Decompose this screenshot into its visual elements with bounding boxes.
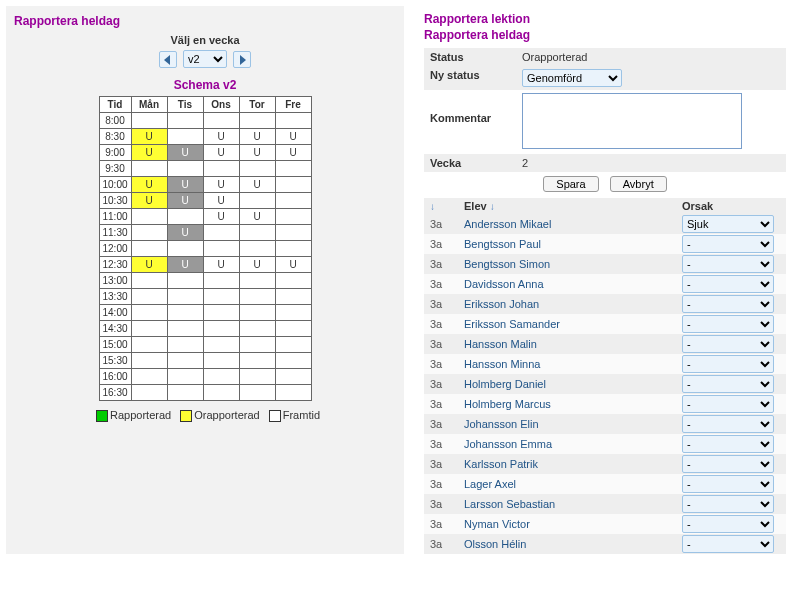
schema-title: Schema v2 [14, 78, 396, 92]
schedule-cell [239, 353, 275, 369]
student-link[interactable]: Eriksson Johan [464, 298, 539, 310]
legend-reported-label: Rapporterad [110, 409, 171, 421]
cause-select[interactable]: - [682, 515, 774, 533]
cause-select[interactable]: - [682, 315, 774, 333]
schedule-cell[interactable]: U [167, 177, 203, 193]
schedule-cell[interactable]: U [167, 145, 203, 161]
right-title2: Rapportera heldag [424, 28, 786, 42]
cause-select[interactable]: - [682, 375, 774, 393]
save-button[interactable]: Spara [543, 176, 598, 192]
prev-week-button[interactable] [159, 51, 177, 68]
cause-select[interactable]: - [682, 255, 774, 273]
student-link[interactable]: Holmberg Marcus [464, 398, 551, 410]
schedule-cell[interactable]: U [239, 257, 275, 273]
schedule-cell[interactable]: U [203, 129, 239, 145]
schedule-cell[interactable]: U [167, 193, 203, 209]
student-link[interactable]: Bengtsson Paul [464, 238, 541, 250]
cause-select[interactable]: - [682, 295, 774, 313]
new-status-select[interactable]: Genomförd [522, 69, 622, 87]
cause-select[interactable]: - [682, 275, 774, 293]
student-link[interactable]: Hansson Malin [464, 338, 537, 350]
schedule-cell[interactable]: U [131, 257, 167, 273]
student-link[interactable]: Johansson Emma [464, 438, 552, 450]
time-cell: 13:30 [99, 289, 131, 305]
comment-textarea[interactable] [522, 93, 742, 149]
student-link[interactable]: Andersson Mikael [464, 218, 551, 230]
schedule-cell [131, 241, 167, 257]
time-cell: 12:00 [99, 241, 131, 257]
schedule-cell [275, 209, 311, 225]
schedule-cell[interactable]: U [131, 177, 167, 193]
cause-select[interactable]: - [682, 415, 774, 433]
next-week-button[interactable] [233, 51, 251, 68]
schedule-cell[interactable]: U [203, 193, 239, 209]
schedule-cell[interactable]: U [131, 129, 167, 145]
cause-select[interactable]: - [682, 335, 774, 353]
sort-student-icon[interactable]: ↓ [490, 201, 495, 212]
week-form-value: 2 [516, 154, 786, 172]
cause-select[interactable]: - [682, 495, 774, 513]
schedule-cell[interactable]: U [203, 257, 239, 273]
schedule-cell [167, 161, 203, 177]
student-link[interactable]: Bengtsson Simon [464, 258, 550, 270]
student-link[interactable]: Johansson Elin [464, 418, 539, 430]
table-row: 3aHansson Malin- [424, 334, 786, 354]
schedule-cell[interactable]: U [275, 129, 311, 145]
cause-select[interactable]: Sjuk [682, 215, 774, 233]
table-row: 3aBengtsson Paul- [424, 234, 786, 254]
cause-select[interactable]: - [682, 235, 774, 253]
legend-reported-box [96, 410, 108, 422]
student-link[interactable]: Eriksson Samander [464, 318, 560, 330]
student-link[interactable]: Lager Axel [464, 478, 516, 490]
table-row: 3aKarlsson Patrik- [424, 454, 786, 474]
sched-col-header: Mån [131, 97, 167, 113]
cause-select[interactable]: - [682, 435, 774, 453]
schedule-cell[interactable]: U [275, 145, 311, 161]
schedule-cell [239, 305, 275, 321]
schedule-cell[interactable]: U [167, 257, 203, 273]
cause-select[interactable]: - [682, 475, 774, 493]
week-select[interactable]: v2 [183, 50, 227, 68]
schedule-cell [239, 193, 275, 209]
student-link[interactable]: Davidsson Anna [464, 278, 544, 290]
schedule-cell [275, 337, 311, 353]
schedule-cell[interactable]: U [203, 177, 239, 193]
student-link[interactable]: Nyman Victor [464, 518, 530, 530]
legend-future-label: Framtid [283, 409, 320, 421]
schedule-cell[interactable]: U [239, 209, 275, 225]
schedule-cell[interactable]: U [275, 257, 311, 273]
schedule-cell[interactable]: U [239, 145, 275, 161]
schedule-cell [167, 385, 203, 401]
sort-class-icon[interactable]: ↓ [430, 201, 435, 212]
schedule-cell[interactable]: U [239, 177, 275, 193]
time-cell: 9:30 [99, 161, 131, 177]
student-link[interactable]: Larsson Sebastian [464, 498, 555, 510]
schedule-cell [131, 369, 167, 385]
schedule-cell[interactable]: U [131, 145, 167, 161]
cause-select[interactable]: - [682, 455, 774, 473]
schedule-cell[interactable]: U [239, 129, 275, 145]
student-link[interactable]: Olsson Hélin [464, 538, 526, 550]
schedule-cell [167, 337, 203, 353]
cancel-button[interactable]: Avbryt [610, 176, 667, 192]
cause-select[interactable]: - [682, 355, 774, 373]
student-link[interactable]: Hansson Minna [464, 358, 540, 370]
time-cell: 9:00 [99, 145, 131, 161]
schedule-cell[interactable]: U [131, 193, 167, 209]
student-link[interactable]: Karlsson Patrik [464, 458, 538, 470]
time-cell: 15:30 [99, 353, 131, 369]
time-cell: 8:00 [99, 113, 131, 129]
schedule-cell [275, 369, 311, 385]
schedule-cell [275, 289, 311, 305]
table-row: 3aNyman Victor- [424, 514, 786, 534]
col-student-label: Elev [464, 200, 487, 212]
schedule-cell[interactable]: U [203, 145, 239, 161]
schedule-cell [275, 177, 311, 193]
schedule-cell[interactable]: U [167, 225, 203, 241]
schedule-cell [167, 289, 203, 305]
cause-select[interactable]: - [682, 395, 774, 413]
cause-select[interactable]: - [682, 535, 774, 553]
schedule-cell[interactable]: U [203, 209, 239, 225]
schedule-cell [167, 321, 203, 337]
student-link[interactable]: Holmberg Daniel [464, 378, 546, 390]
